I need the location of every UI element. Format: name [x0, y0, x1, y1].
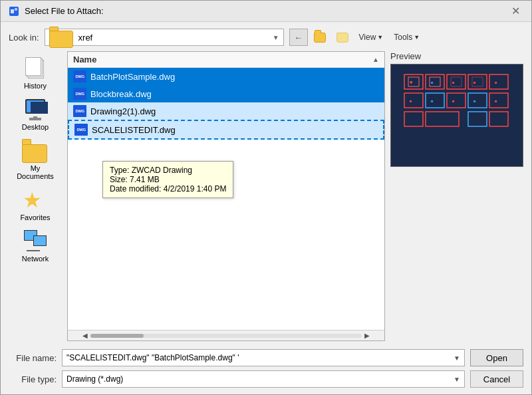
file-item-batchplot[interactable]: DWG BatchPlotSample.dwg — [68, 68, 384, 85]
file-type-value: Drawing (*.dwg) — [66, 374, 123, 384]
tooltip-type-value: ZWCAD Drawing — [132, 166, 192, 175]
sidebar-item-my-documents[interactable]: My Documents — [11, 136, 59, 183]
favorites-icon-shape: ★ — [23, 189, 48, 211]
title-bar-left: Select File to Attach: — [9, 6, 104, 17]
look-in-value: xref — [78, 33, 93, 43]
scroll-right-arrow[interactable]: ▶ — [362, 330, 372, 341]
scroll-left-arrow[interactable]: ◀ — [80, 330, 90, 341]
dwg-icon-drawing21: DWG — [73, 105, 86, 117]
look-in-dropdown[interactable]: xref ▼ — [45, 29, 284, 46]
desktop-icon-shape — [23, 99, 48, 120]
sidebar-item-favorites[interactable]: ★ Favorites — [11, 186, 59, 224]
svg-text:■: ■ — [473, 80, 476, 84]
look-in-arrow-icon: ▼ — [273, 34, 279, 41]
look-in-value-container: xref — [49, 27, 93, 48]
sidebar-history-label: History — [24, 82, 47, 90]
svg-text:■: ■ — [410, 80, 412, 84]
toolbar-right: ← View ▼ Tools ▼ — [289, 29, 425, 46]
sidebar-item-network[interactable]: Network — [11, 227, 59, 265]
cancel-button[interactable]: Cancel — [470, 370, 523, 388]
look-in-bar: Look in: xref ▼ ← — [9, 29, 523, 46]
my-documents-icon-shape — [22, 139, 49, 163]
svg-text:■: ■ — [410, 99, 412, 103]
app-icon — [9, 6, 19, 17]
sidebar-item-desktop[interactable]: Desktop — [11, 95, 59, 134]
svg-text:■: ■ — [495, 80, 497, 84]
preview-label: Preview — [390, 51, 523, 61]
history-icon-shape — [23, 57, 48, 80]
tooltip-type-label: Type: — [110, 166, 129, 175]
file-type-dropdown-arrow: ▼ — [454, 376, 460, 383]
open-folder-button[interactable] — [309, 29, 331, 46]
preview-panel: Preview — [390, 51, 523, 341]
view-label: View — [359, 33, 376, 42]
file-scrollbar-horizontal[interactable]: ◀ ▶ — [68, 330, 384, 340]
sidebar-network-label: Network — [22, 255, 49, 263]
my-documents-icon — [22, 139, 49, 163]
preview-image: ■ ■ ■ ■ ■ ■ ■ ■ ■ ■ — [390, 64, 523, 167]
sidebar-item-history[interactable]: History — [11, 54, 59, 92]
scrollbar-thumb[interactable] — [90, 334, 144, 338]
file-name-dropdown-arrow: ▼ — [454, 354, 460, 362]
file-item-scalelistedit[interactable]: DWG SCALELISTEDIT.dwg Type: ZWCAD Drawin… — [68, 120, 384, 140]
view-button[interactable]: View ▼ — [354, 29, 388, 46]
sidebar-favorites-label: Favorites — [20, 213, 50, 221]
tooltip-date-value: 4/2/2019 1:40 PM — [164, 184, 227, 194]
network-icon-shape — [23, 230, 48, 253]
svg-text:■: ■ — [452, 99, 455, 103]
folder-icon — [49, 27, 74, 48]
svg-text:■: ■ — [431, 80, 434, 84]
file-type-dropdown[interactable]: Drawing (*.dwg) ▼ — [62, 370, 465, 388]
file-list: DWG BatchPlotSample.dwg DWG Blockbreak.d… — [68, 68, 384, 330]
file-name-value: "SCALELISTEDIT.dwg" "BatchPlotSample.dwg… — [66, 353, 239, 362]
file-name-drawing21: Drawing2(1).dwg — [90, 106, 156, 116]
svg-rect-1 — [11, 9, 14, 13]
close-button[interactable]: ✕ — [507, 3, 523, 19]
dwg-icon-scalelistedit: DWG — [74, 124, 88, 136]
main-area: History Desktop — [9, 51, 523, 341]
sidebar: History Desktop — [9, 51, 62, 341]
dialog-content: Look in: xref ▼ ← — [1, 22, 531, 394]
svg-text:■: ■ — [495, 99, 497, 103]
tooltip-date: Date modified: 4/2/2019 1:40 PM — [110, 184, 226, 194]
back-button[interactable]: ← — [289, 29, 308, 46]
tooltip-size: Size: 7.41 MB — [110, 175, 226, 184]
svg-text:■: ■ — [473, 99, 476, 103]
file-name-batchplot: BatchPlotSample.dwg — [90, 72, 175, 82]
file-list-header: Name ▲ — [68, 52, 384, 68]
file-name-input[interactable]: "SCALELISTEDIT.dwg" "BatchPlotSample.dwg… — [62, 349, 465, 366]
tooltip-date-label: Date modified: — [110, 184, 161, 194]
dialog-window: Select File to Attach: ✕ Look in: xref ▼… — [0, 0, 532, 395]
dialog-title: Select File to Attach: — [25, 6, 104, 16]
favorites-icon: ★ — [22, 188, 49, 212]
tooltip-size-value: 7.41 MB — [130, 175, 160, 184]
network-icon — [22, 229, 49, 253]
history-icon — [22, 57, 49, 80]
look-in-label: Look in: — [9, 33, 39, 43]
tools-arrow-icon: ▼ — [414, 34, 420, 41]
file-type-row: File type: Drawing (*.dwg) ▼ Cancel — [9, 370, 523, 388]
tooltip-type: Type: ZWCAD Drawing — [110, 166, 226, 175]
svg-text:■: ■ — [431, 99, 434, 103]
dwg-icon-blockbreak: DWG — [73, 88, 86, 100]
dwg-icon-batchplot: DWG — [73, 70, 86, 82]
sidebar-desktop-label: Desktop — [22, 123, 49, 131]
sort-arrow-icon: ▲ — [372, 56, 379, 63]
tools-button[interactable]: Tools ▼ — [389, 29, 424, 46]
file-name-row: File name: "SCALELISTEDIT.dwg" "BatchPlo… — [9, 349, 523, 366]
file-tooltip: Type: ZWCAD Drawing Size: 7.41 MB Date m… — [102, 161, 233, 198]
file-name-blockbreak: Blockbreak.dwg — [90, 89, 152, 99]
desktop-icon — [22, 98, 49, 122]
bottom-controls: File name: "SCALELISTEDIT.dwg" "BatchPlo… — [9, 349, 523, 388]
view-arrow-icon: ▼ — [377, 34, 383, 41]
file-panel: Name ▲ DWG BatchPlotSample.dwg DWG Block… — [67, 51, 385, 341]
sidebar-my-documents-label: My Documents — [14, 164, 57, 180]
scrollbar-track — [90, 334, 362, 338]
file-item-drawing21[interactable]: DWG Drawing2(1).dwg — [68, 102, 384, 120]
file-item-blockbreak[interactable]: DWG Blockbreak.dwg — [68, 85, 384, 102]
open-button[interactable]: Open — [470, 349, 523, 366]
tools-label: Tools — [394, 33, 412, 42]
file-type-label: File type: — [9, 374, 57, 384]
new-folder-button[interactable] — [332, 29, 353, 46]
star-icon: ★ — [23, 188, 42, 212]
